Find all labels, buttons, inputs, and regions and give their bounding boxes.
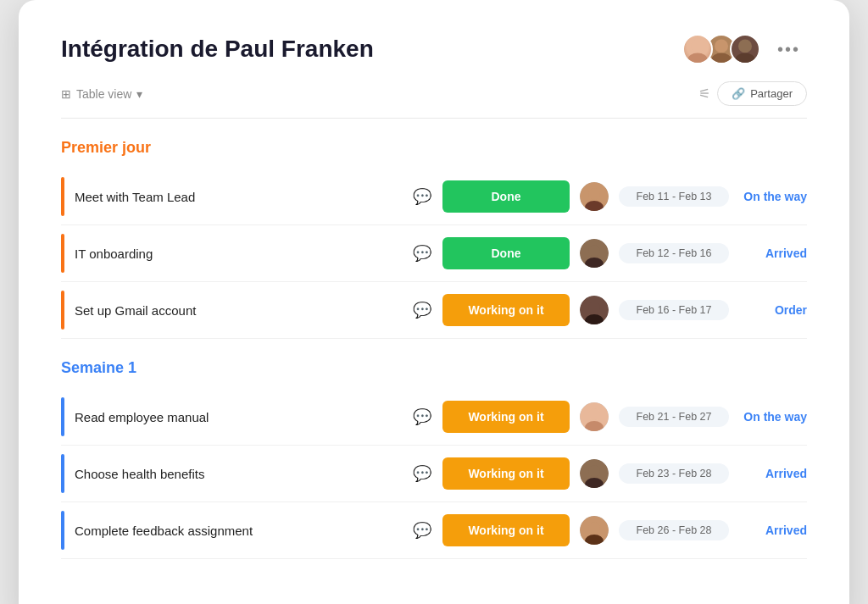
status-link[interactable]: Arrived <box>739 247 807 260</box>
svg-point-10 <box>588 245 600 257</box>
person-avatar <box>580 516 609 545</box>
comment-icon[interactable]: 💬 <box>412 407 432 426</box>
row-indicator <box>61 291 64 330</box>
table-row: IT onboarding💬Done Feb 12 - Feb 16Arrive… <box>61 225 807 282</box>
svg-point-19 <box>588 465 600 477</box>
date-badge: Feb 26 - Feb 28 <box>619 520 729 540</box>
svg-point-13 <box>588 302 600 313</box>
status-link[interactable]: Order <box>739 303 807 317</box>
status-button[interactable]: Working on it <box>442 457 570 490</box>
header-actions: ••• <box>682 34 807 64</box>
task-name: Set up Gmail account <box>75 303 402 318</box>
comment-icon[interactable]: 💬 <box>412 244 432 263</box>
avatar-face <box>732 36 759 63</box>
status-link[interactable]: Arrived <box>739 467 807 480</box>
status-link[interactable]: On the way <box>739 410 807 424</box>
person-avatar <box>580 402 609 431</box>
status-button[interactable]: Done <box>442 237 570 269</box>
status-link[interactable]: On the way <box>739 190 807 203</box>
row-indicator <box>61 177 64 216</box>
svg-point-2 <box>715 39 728 53</box>
main-card: Intégration de Paul Franken <box>19 0 849 604</box>
status-button[interactable]: Done <box>442 180 570 213</box>
task-name: Complete feedback assignment <box>75 524 402 538</box>
comment-icon[interactable]: 💬 <box>412 301 432 319</box>
link-icon: 🔗 <box>732 87 745 100</box>
table-icon: ⊞ <box>61 87 71 101</box>
date-badge: Feb 16 - Feb 17 <box>619 300 729 320</box>
table-row: Meet with Team Lead💬Done Feb 11 - Feb 13… <box>61 169 807 225</box>
share-button[interactable]: 🔗 Partager <box>717 81 807 106</box>
svg-point-0 <box>691 39 704 53</box>
view-label: Table view <box>76 87 131 101</box>
table-row: Read employee manual💬Working on it Feb 2… <box>61 389 807 446</box>
svg-point-4 <box>738 39 752 53</box>
svg-point-3 <box>711 53 731 63</box>
date-badge: Feb 21 - Feb 27 <box>619 407 729 427</box>
table-row: Choose health benefits💬Working on it Feb… <box>61 446 807 502</box>
person-avatar <box>580 239 609 268</box>
person-avatar <box>580 182 609 211</box>
row-indicator <box>61 234 64 273</box>
section-premier-jour: Premier jourMeet with Team Lead💬Done Feb… <box>61 139 807 339</box>
avatar <box>682 34 713 64</box>
section-title-semaine-1: Semaine 1 <box>61 359 807 377</box>
row-indicator <box>61 397 64 436</box>
status-button[interactable]: Working on it <box>442 294 570 326</box>
comment-icon[interactable]: 💬 <box>412 187 432 206</box>
svg-point-16 <box>588 408 600 420</box>
status-button[interactable]: Working on it <box>442 514 570 546</box>
more-options-button[interactable]: ••• <box>771 36 807 63</box>
date-badge: Feb 23 - Feb 28 <box>619 463 729 484</box>
toolbar-right: ⚟ 🔗 Partager <box>698 81 807 106</box>
sections-container: Premier jourMeet with Team Lead💬Done Feb… <box>61 139 807 559</box>
section-title-premier-jour: Premier jour <box>61 139 807 157</box>
comment-icon[interactable]: 💬 <box>412 521 432 540</box>
avatar <box>730 34 760 64</box>
svg-point-7 <box>588 188 600 200</box>
header: Intégration de Paul Franken <box>61 34 807 64</box>
toolbar: ⊞ Table view ▾ ⚟ 🔗 Partager <box>61 81 807 119</box>
row-indicator <box>61 511 64 550</box>
filter-icon: ⚟ <box>698 86 710 102</box>
task-name: Choose health benefits <box>75 467 402 481</box>
status-button[interactable]: Working on it <box>442 401 570 433</box>
person-avatar <box>580 459 609 488</box>
section-semaine-1: Semaine 1Read employee manual💬Working on… <box>61 359 807 559</box>
svg-point-5 <box>735 53 754 63</box>
table-row: Complete feedback assignment💬Working on … <box>61 502 807 559</box>
task-name: IT onboarding <box>75 247 402 261</box>
svg-point-22 <box>588 522 600 534</box>
share-label: Partager <box>750 87 793 100</box>
table-row: Set up Gmail account💬Working on it Feb 1… <box>61 282 807 339</box>
svg-point-1 <box>687 53 707 63</box>
page-title: Intégration de Paul Franken <box>61 36 374 63</box>
row-indicator <box>61 454 64 493</box>
chevron-down-icon: ▾ <box>136 87 142 101</box>
avatar-face <box>684 36 711 63</box>
avatar-group <box>682 34 760 64</box>
task-name: Read employee manual <box>75 410 402 424</box>
date-badge: Feb 11 - Feb 13 <box>619 186 729 207</box>
status-link[interactable]: Arrived <box>739 524 807 537</box>
date-badge: Feb 12 - Feb 16 <box>619 243 729 263</box>
task-name: Meet with Team Lead <box>75 190 402 204</box>
comment-icon[interactable]: 💬 <box>412 464 432 483</box>
view-selector[interactable]: ⊞ Table view ▾ <box>61 87 142 101</box>
person-avatar <box>580 296 609 324</box>
